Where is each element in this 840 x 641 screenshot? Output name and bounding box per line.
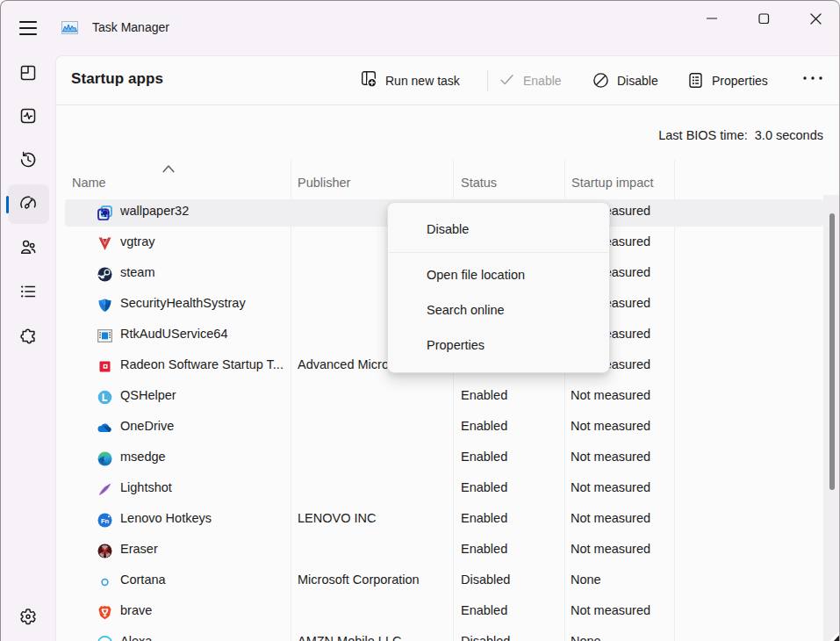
svg-text:Fn: Fn [101, 517, 110, 525]
